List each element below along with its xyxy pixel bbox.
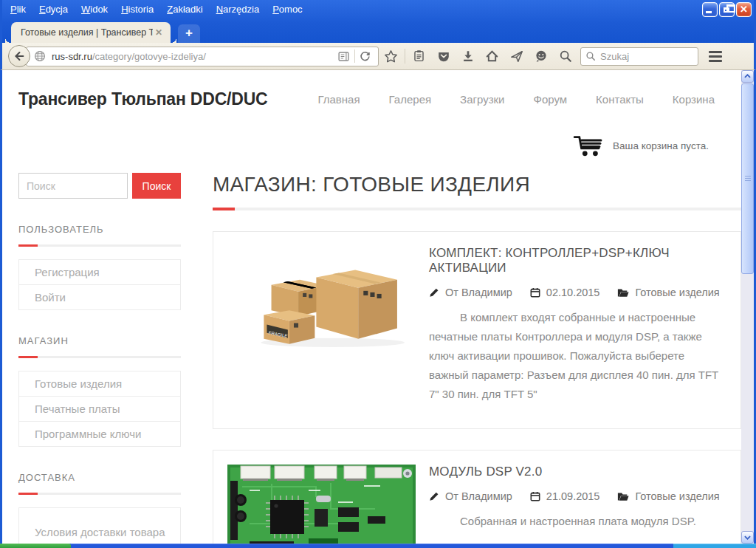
product-meta: От Владимир 21.09.2015 Готовые изделия [429, 490, 726, 502]
product-image-pcb[interactable] [227, 465, 416, 544]
reload-icon [360, 51, 371, 62]
menu-hamburger-button[interactable] [706, 51, 725, 62]
back-arrow-icon [13, 49, 26, 63]
product-image-boxes[interactable]: FRAGILE [227, 246, 416, 414]
product-body: МОДУЛЬ DSP V2.0 От Владимир 21.09.2015 [429, 465, 726, 544]
minimize-button[interactable] [702, 2, 718, 17]
section-list: Условия доставки товара [18, 507, 181, 544]
share-button[interactable] [504, 45, 529, 67]
scroll-down-button[interactable] [741, 531, 754, 544]
sidebar-item-login[interactable]: Войти [19, 285, 180, 309]
star-icon [384, 49, 398, 64]
category-text[interactable]: Готовые изделия [635, 490, 719, 502]
menu-history[interactable]: Historia [114, 1, 160, 17]
url-path: /category/gotovye-izdeliya/ [92, 51, 333, 62]
page-title: МАГАЗИН: ГОТОВЫЕ ИЗДЕЛИЯ [213, 173, 741, 196]
cart-icon[interactable] [573, 134, 604, 157]
sidebar-section-user: ПОЛЬЗОВАТЕЛЬ Регистрация Войти [18, 224, 181, 310]
calendar-icon [530, 287, 540, 298]
nav-forum[interactable]: Форум [533, 93, 567, 106]
window-chrome: Plik Edycja Widok Historia Zakładki Narz… [0, 0, 756, 43]
web-page: Трансивер Тюльпан DDC/DUC Главная Галере… [2, 70, 741, 544]
nav-gallery[interactable]: Галерея [389, 93, 432, 106]
pocket-icon [437, 50, 450, 63]
new-tab-button[interactable]: + [178, 24, 200, 43]
close-icon: ✕ [737, 3, 751, 16]
menu-view[interactable]: Widok [75, 1, 114, 17]
bookmarks-menu-button[interactable] [407, 45, 431, 67]
sidebar: Поиск ПОЛЬЗОВАТЕЛЬ Регистрация Войти МАГ… [18, 173, 181, 544]
toolbar-separator [405, 49, 405, 64]
menu-file[interactable]: Plik [4, 1, 32, 17]
tab-title: Готовые изделия | Трансивер Т... [21, 27, 153, 38]
scrollbar-thumb[interactable] [741, 83, 754, 274]
home-button[interactable] [480, 45, 504, 67]
cart-status-row: Ваша корзина пуста. [18, 109, 741, 157]
sidebar-item-finished-products[interactable]: Готовые изделия [19, 371, 180, 397]
reload-button[interactable] [355, 49, 375, 64]
product-title[interactable]: МОДУЛЬ DSP V2.0 [429, 465, 726, 479]
tab-close-icon[interactable]: ✕ [153, 26, 165, 39]
minimize-icon [706, 11, 712, 13]
pocket-button[interactable] [431, 45, 456, 67]
section-accent [18, 244, 181, 247]
site-title[interactable]: Трансивер Тюльпан DDC/DUC [18, 89, 268, 109]
sidebar-search-button[interactable]: Поиск [132, 173, 181, 199]
menu-bookmarks[interactable]: Zakładki [160, 1, 209, 17]
nav-contacts[interactable]: Контакты [596, 93, 644, 106]
nav-home[interactable]: Главная [317, 93, 360, 106]
category-text[interactable]: Готовые изделия [635, 287, 719, 298]
meta-author: От Владимир [429, 490, 512, 502]
url-bar[interactable]: rus-sdr.ru /category/gotovye-izdeliya/ [26, 47, 379, 66]
vertical-scrollbar[interactable] [741, 70, 754, 544]
hello-chat-button[interactable] [529, 45, 553, 67]
scroll-up-button[interactable] [741, 70, 754, 83]
taskbar-sliver [0, 544, 756, 548]
bookmark-star-button[interactable] [379, 45, 403, 67]
start-button-edge[interactable] [0, 544, 71, 548]
reader-mode-button[interactable] [333, 49, 354, 64]
folder-icon [617, 492, 629, 501]
back-button[interactable] [8, 45, 30, 67]
search-box[interactable] [580, 47, 698, 66]
meta-date: 02.10.2015 [530, 287, 600, 298]
sidebar-item-register[interactable]: Регистрация [19, 260, 180, 285]
sidebar-item-pcbs[interactable]: Печатные платы [19, 397, 180, 422]
product-title[interactable]: КОМПЛЕКТ: КОНТРОЛЛЕР+DSP+КЛЮЧ АКТИВАЦИИ [429, 246, 726, 275]
meta-category: Готовые изделия [617, 490, 719, 502]
menu-edit[interactable]: Edycja [32, 1, 75, 17]
page-title-accent [213, 208, 741, 210]
sidebar-section-shop: МАГАЗИН Готовые изделия Печатные платы П… [18, 335, 181, 447]
paper-plane-icon [510, 49, 523, 63]
tab-active[interactable]: Готовые изделия | Трансивер Т... ✕ [11, 22, 171, 43]
menu-help[interactable]: Pomoc [266, 1, 309, 17]
nav-cart[interactable]: Корзина [673, 93, 715, 106]
close-button[interactable]: ✕ [736, 2, 752, 17]
restore-button[interactable] [719, 2, 735, 17]
section-title: МАГАЗИН [18, 335, 181, 346]
menu-tools[interactable]: Narzędzia [210, 1, 267, 17]
sidebar-item-software-keys[interactable]: Программные ключи [19, 422, 180, 446]
content-columns: Поиск ПОЛЬЗОВАТЕЛЬ Регистрация Войти МАГ… [18, 157, 741, 544]
section-accent [18, 493, 181, 495]
hamburger-icon [709, 51, 722, 53]
scroll-up-icon [744, 73, 751, 80]
page-search-button[interactable] [553, 45, 577, 67]
product-meta: От Владимир 02.10.2015 Готовые изделия [429, 287, 726, 298]
site-nav: Главная Галерея Загрузки Форум Контакты … [317, 93, 715, 106]
section-title: ПОЛЬЗОВАТЕЛЬ [18, 224, 181, 235]
main-column: МАГАЗИН: ГОТОВЫЕ ИЗДЕЛИЯ [213, 173, 741, 544]
product-description: В комплект входят собранные и настроенны… [429, 308, 726, 404]
sidebar-item-delivery-terms[interactable]: Условия доставки товара [19, 508, 180, 544]
nav-downloads[interactable]: Загрузки [460, 93, 504, 106]
search-input[interactable] [600, 51, 681, 62]
menu-bar: Plik Edycja Widok Historia Zakładki Narz… [2, 0, 754, 18]
reader-mode-icon [337, 50, 350, 63]
sidebar-search-input[interactable] [18, 173, 128, 199]
downloads-button[interactable] [456, 45, 480, 67]
product-body: КОМПЛЕКТ: КОНТРОЛЛЕР+DSP+КЛЮЧ АКТИВАЦИИ … [429, 246, 726, 414]
site-identity-globe-icon [34, 50, 46, 62]
download-arrow-icon [461, 49, 475, 63]
scroll-down-icon [744, 534, 751, 541]
product-card: МОДУЛЬ DSP V2.0 От Владимир 21.09.2015 [213, 450, 741, 544]
